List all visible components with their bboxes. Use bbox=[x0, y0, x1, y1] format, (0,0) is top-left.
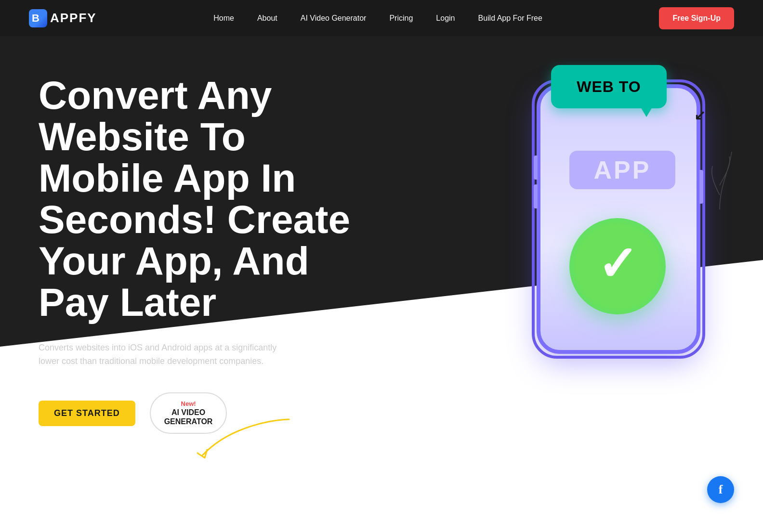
ai-video-new-badge: New! bbox=[181, 400, 196, 408]
app-label: APP bbox=[569, 151, 675, 189]
facebook-icon: f bbox=[719, 482, 723, 497]
phone-body: APP ✓ bbox=[537, 84, 700, 354]
hero-content: Convert Any Website To Mobile App In Sec… bbox=[0, 36, 763, 434]
nav-links: Home About AI Video Generator Pricing Lo… bbox=[213, 14, 542, 23]
nav-item-home[interactable]: Home bbox=[213, 14, 234, 22]
hero-left: Convert Any Website To Mobile App In Sec… bbox=[39, 75, 376, 434]
nav-item-build-app[interactable]: Build App For Free bbox=[478, 14, 542, 22]
logo[interactable]: APPFY bbox=[29, 9, 97, 27]
phone-wrapper: WEB TO ↙ APP ✓ bbox=[532, 65, 715, 363]
check-circle: ✓ bbox=[569, 218, 666, 314]
web-to-bubble: WEB TO bbox=[551, 65, 667, 108]
nav-item-about[interactable]: About bbox=[257, 14, 277, 22]
hero-subtitle: Converts websites into iOS and Android a… bbox=[39, 341, 289, 369]
phone-side-btn-3 bbox=[699, 170, 703, 204]
signup-button[interactable]: Free Sign-Up bbox=[659, 7, 734, 29]
navbar: APPFY Home About AI Video Generator Pric… bbox=[0, 0, 763, 36]
bubble-arrow: ↙ bbox=[694, 107, 705, 123]
nav-item-pricing[interactable]: Pricing bbox=[389, 14, 413, 22]
nav-item-login[interactable]: Login bbox=[436, 14, 455, 22]
nav-item-ai-video[interactable]: AI Video Generator bbox=[301, 14, 367, 22]
logo-icon bbox=[29, 9, 47, 27]
facebook-button[interactable]: f bbox=[707, 476, 734, 503]
phone-side-btn-2 bbox=[534, 184, 538, 208]
hero-title: Convert Any Website To Mobile App In Sec… bbox=[39, 75, 376, 324]
hero-section: Convert Any Website To Mobile App In Sec… bbox=[0, 0, 763, 532]
hero-phone-illustration: WEB TO ↙ APP ✓ bbox=[522, 65, 724, 363]
get-started-button[interactable]: GET STARTED bbox=[39, 401, 135, 426]
phone-side-btn-1 bbox=[534, 156, 538, 180]
logo-text: APPFY bbox=[50, 11, 97, 26]
web-to-text: WEB TO bbox=[577, 78, 641, 96]
arrow-decoration bbox=[193, 415, 299, 463]
hero-buttons: GET STARTED New! AI VIDEOGENERATOR bbox=[39, 392, 376, 434]
plant-decoration bbox=[705, 113, 734, 209]
check-mark-icon: ✓ bbox=[597, 240, 638, 288]
